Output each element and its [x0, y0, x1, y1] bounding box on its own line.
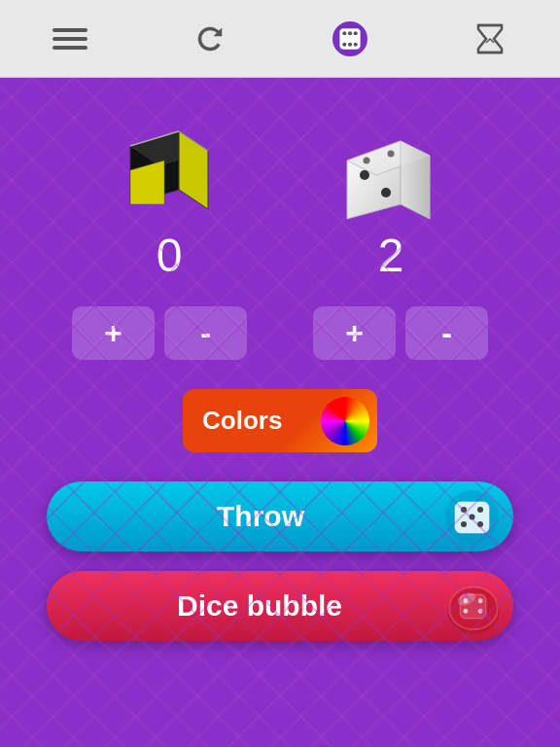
svg-point-32 [477, 521, 483, 527]
svg-point-9 [348, 31, 352, 35]
svg-point-30 [477, 507, 483, 513]
right-dice-controls: + - [313, 306, 488, 360]
color-wheel-icon [321, 397, 369, 445]
throw-button-label: Throw [76, 500, 445, 533]
svg-point-41 [478, 609, 483, 614]
refresh-button[interactable] [189, 18, 231, 60]
color-cube [116, 107, 223, 214]
refresh-icon [192, 21, 228, 56]
colors-button-label: Colors [202, 406, 282, 436]
hamburger-icon [52, 21, 88, 56]
svg-rect-2 [52, 46, 88, 50]
timer-icon [472, 21, 508, 56]
svg-rect-1 [52, 37, 88, 41]
svg-point-40 [464, 609, 469, 614]
svg-point-29 [461, 507, 467, 513]
main-area: 0 [0, 78, 560, 747]
right-plus-button[interactable]: + [313, 306, 396, 360]
svg-rect-37 [460, 594, 486, 619]
hamburger-menu-button[interactable] [49, 18, 91, 60]
dice-app-button[interactable] [329, 18, 371, 60]
svg-point-23 [381, 188, 391, 197]
svg-marker-15 [179, 131, 208, 209]
left-minus-button[interactable]: - [164, 306, 247, 360]
toolbar [0, 0, 560, 78]
dice-bubble-button[interactable]: Dice bubble [47, 571, 513, 641]
left-plus-button[interactable]: + [72, 306, 155, 360]
throw-dice-icon [445, 490, 499, 544]
white-dice-svg [337, 117, 444, 224]
svg-point-10 [348, 42, 352, 46]
white-dice [337, 117, 444, 224]
svg-point-7 [342, 42, 346, 46]
svg-point-8 [354, 42, 358, 46]
right-minus-button[interactable]: - [405, 306, 488, 360]
right-score: 2 [378, 229, 404, 282]
svg-point-38 [464, 598, 469, 603]
left-score: 0 [157, 229, 183, 282]
dice-row: 0 [0, 107, 560, 297]
controls-row: + - + - [0, 306, 560, 360]
bubble-dice-icon [443, 576, 504, 636]
svg-point-5 [342, 31, 346, 35]
left-dice-controls: + - [72, 306, 247, 360]
svg-point-31 [461, 521, 467, 527]
colors-button[interactable]: Colors [183, 389, 377, 452]
svg-point-22 [360, 170, 369, 180]
white-dice-container: 2 [337, 117, 444, 297]
throw-button[interactable]: Throw [47, 481, 513, 551]
svg-point-6 [354, 31, 358, 35]
svg-rect-0 [52, 28, 88, 32]
bubble-button-label: Dice bubble [76, 589, 443, 622]
svg-point-33 [470, 514, 475, 519]
dice-app-icon [332, 21, 368, 56]
timer-button[interactable] [469, 18, 511, 60]
color-cube-container: 0 [116, 107, 223, 297]
color-cube-svg [116, 107, 223, 214]
svg-point-39 [478, 598, 483, 603]
